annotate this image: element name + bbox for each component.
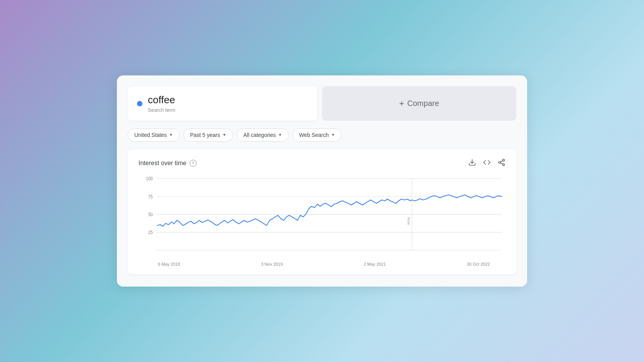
chart-actions (468, 159, 505, 168)
main-card: coffee Search term + Compare United Stat… (117, 75, 527, 286)
svg-text:Note: Note (407, 217, 410, 225)
filter-time-arrow: ▼ (223, 133, 226, 137)
search-term-sub: Search term (148, 107, 175, 113)
chart-title: Interest over time (139, 160, 187, 167)
compare-plus-icon: + (399, 99, 404, 108)
compare-label: Compare (407, 99, 439, 108)
filter-search-type-label: Web Search (299, 132, 329, 138)
chart-section: Interest over time ? (128, 149, 516, 274)
compare-box[interactable]: + Compare (322, 86, 516, 120)
x-label-2: 2 May 2021 (364, 262, 386, 266)
search-term-main: coffee (148, 94, 175, 106)
filter-time-label: Past 5 years (190, 132, 220, 138)
filter-category-label: All categories (243, 132, 276, 138)
filters-row: United States ▼ Past 5 years ▼ All categ… (128, 128, 516, 142)
x-label-0: 6 May 2018 (158, 262, 180, 266)
search-term-text: coffee Search term (148, 94, 175, 113)
top-row: coffee Search term + Compare (128, 86, 516, 120)
x-label-1: 3 Nov 2019 (261, 262, 283, 266)
x-axis-labels: 6 May 2018 3 Nov 2019 2 May 2021 30 Oct … (139, 260, 505, 266)
filter-location-label: United States (134, 132, 167, 138)
term-dot (137, 101, 142, 106)
filter-search-type[interactable]: Web Search ▼ (293, 128, 342, 142)
download-icon[interactable] (468, 159, 476, 168)
search-term-box: coffee Search term (128, 86, 317, 120)
filter-category-arrow: ▼ (278, 133, 282, 137)
share-icon[interactable] (498, 159, 505, 168)
svg-line-5 (500, 161, 503, 162)
filter-search-type-arrow: ▼ (331, 133, 335, 137)
x-label-3: 30 Oct 2022 (467, 262, 490, 266)
chart-title-group: Interest over time ? (139, 160, 197, 167)
help-icon[interactable]: ? (190, 160, 197, 167)
svg-text:75: 75 (148, 194, 153, 199)
chart-header: Interest over time ? (139, 159, 505, 168)
filter-category[interactable]: All categories ▼ (237, 128, 289, 142)
chart-area: 100 75 50 25 Note (139, 174, 505, 260)
embed-icon[interactable] (483, 159, 491, 168)
filter-time[interactable]: Past 5 years ▼ (183, 128, 233, 142)
filter-location[interactable]: United States ▼ (128, 128, 180, 142)
svg-line-4 (500, 163, 503, 164)
svg-text:25: 25 (148, 230, 153, 235)
filter-location-arrow: ▼ (169, 133, 173, 137)
svg-text:100: 100 (146, 176, 153, 181)
svg-text:50: 50 (148, 212, 153, 217)
